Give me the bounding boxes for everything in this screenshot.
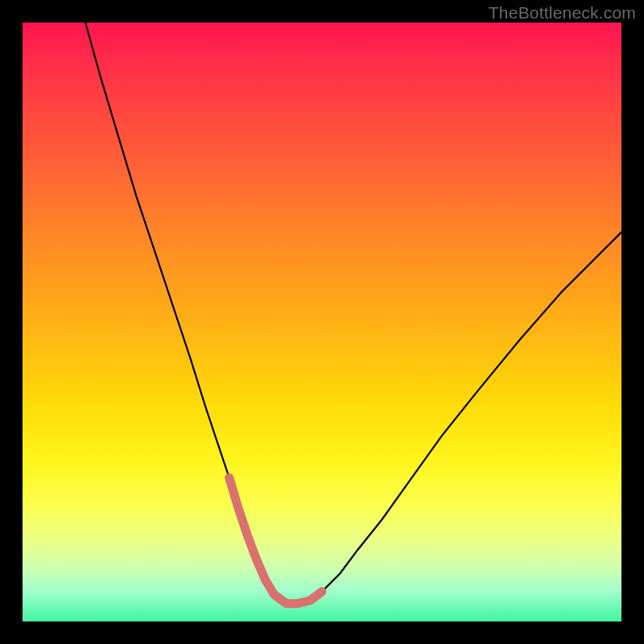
main-curve — [85, 23, 621, 604]
trough-highlight — [229, 477, 322, 603]
chart-svg — [23, 23, 621, 621]
chart-area — [23, 23, 621, 621]
watermark-text: TheBottleneck.com — [489, 3, 636, 23]
